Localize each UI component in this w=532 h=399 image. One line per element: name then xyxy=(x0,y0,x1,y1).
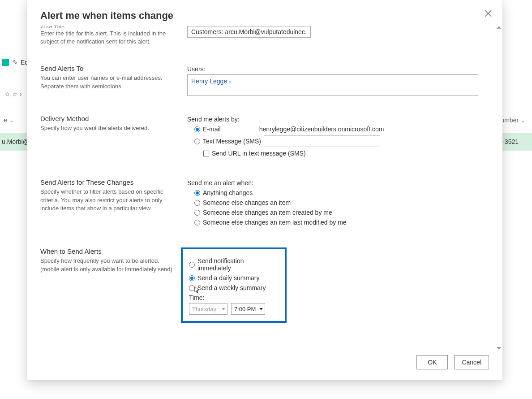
radio-modified-by-me[interactable] xyxy=(194,220,200,226)
checkbox-send-url[interactable] xyxy=(203,151,209,156)
changes-label: Send me an alert when: xyxy=(187,179,489,186)
scroll-down-icon[interactable] xyxy=(497,347,501,350)
radio-someone-else-label: Someone else changes an item xyxy=(203,199,291,206)
radio-weekly-label: Send a weekly summary xyxy=(197,284,266,291)
section-when: When to Send Alerts Specify how frequent… xyxy=(40,241,489,345)
star-icon: ☆ xyxy=(12,91,18,98)
time-label: Time: xyxy=(189,294,279,301)
remove-user-icon[interactable]: x xyxy=(229,79,232,84)
dialog-title: Alert me when items change xyxy=(40,10,173,21)
alert-title-desc: Enter the title for this alert. This is … xyxy=(40,30,175,46)
users-label: Users: xyxy=(187,65,489,73)
radio-anything-label: Anything changes xyxy=(203,189,253,196)
dialog-footer: OK Cancel xyxy=(27,351,502,380)
radio-created-by-me[interactable] xyxy=(194,210,200,216)
radio-created-by-me-label: Someone else changes an item created by … xyxy=(203,209,332,216)
radio-someone-else[interactable] xyxy=(194,200,200,206)
send-to-desc: You can enter user names or e-mail addre… xyxy=(40,74,175,90)
chevron-right-icon: › xyxy=(20,91,22,98)
radio-sms-label: Text Message (SMS) xyxy=(203,138,261,145)
backdrop-breadcrumb: ☆ ☆ › xyxy=(4,91,22,98)
chevron-down-icon xyxy=(259,308,263,310)
dialog-header: Alert me when items change xyxy=(27,0,502,24)
radio-daily[interactable] xyxy=(189,275,195,281)
email-address-value: henrylegge@citizenbuilders.onmicrosoft.c… xyxy=(259,126,384,133)
radio-immediately-label: Send notification immediately xyxy=(197,257,279,272)
sms-phone-input[interactable] xyxy=(264,135,380,147)
section-send-to: Send Alerts To You can enter user names … xyxy=(40,58,489,108)
user-chip[interactable]: Henry Legge xyxy=(191,78,227,85)
radio-immediately[interactable] xyxy=(189,262,195,268)
changes-heading: Send Alerts for These Changes xyxy=(40,178,175,186)
scrollbar[interactable] xyxy=(496,24,502,351)
section-changes: Send Alerts for These Changes Specify wh… xyxy=(40,172,489,241)
backdrop-toolbar: ✎ Edi xyxy=(0,56,30,69)
alert-title-input[interactable]: Customers: arcu.Morbi@vulputateduinec. xyxy=(187,26,311,38)
close-icon[interactable] xyxy=(483,8,493,19)
teal-accent xyxy=(2,59,9,66)
chevron-down-icon xyxy=(222,308,225,310)
checkbox-send-url-label: Send URL in text message (SMS) xyxy=(212,150,306,157)
time-select[interactable]: 7:00 PM xyxy=(231,303,265,315)
delivery-heading: Delivery Method xyxy=(40,115,175,122)
day-select[interactable]: Thursday xyxy=(189,303,227,315)
row-cell-left: u.Morbi@ xyxy=(2,138,29,145)
radio-anything[interactable] xyxy=(194,190,200,196)
alert-settings-dialog: Alert me when items change Alert Title E… xyxy=(27,0,502,380)
dialog-body: Alert Title Enter the title for this ale… xyxy=(27,24,502,351)
section-alert-title: Alert Title Enter the title for this ale… xyxy=(40,24,489,58)
delivery-label: Send me alerts by: xyxy=(187,116,489,123)
send-to-heading: Send Alerts To xyxy=(40,65,175,72)
radio-sms[interactable] xyxy=(194,139,200,144)
when-desc: Specify how frequently you want to be al… xyxy=(40,257,175,273)
changes-desc: Specify whether to filter alerts based o… xyxy=(40,188,175,213)
frequency-highlight: Send notification immediately Send a dai… xyxy=(181,247,287,323)
when-heading: When to Send Alerts xyxy=(40,247,175,255)
section-delivery: Delivery Method Specify how you want the… xyxy=(40,108,489,172)
pencil-icon: ✎ xyxy=(13,59,18,66)
backdrop-col-name: e ⌄ xyxy=(4,117,14,124)
cursor-icon xyxy=(194,286,201,294)
scroll-up-icon[interactable] xyxy=(497,26,501,29)
delivery-desc: Specify how you want the alerts delivere… xyxy=(40,124,175,132)
radio-modified-by-me-label: Someone else changes an item last modifi… xyxy=(203,219,347,226)
users-people-picker[interactable]: Henry Leggex xyxy=(187,74,478,96)
radio-email-label: E-mail xyxy=(203,126,221,133)
radio-email[interactable] xyxy=(194,126,200,132)
cancel-button[interactable]: Cancel xyxy=(454,355,489,369)
alert-title-heading: Alert Title xyxy=(40,24,175,28)
row-cell-right: -3521 xyxy=(502,138,519,145)
ok-button[interactable]: OK xyxy=(416,355,448,369)
star-icon: ☆ xyxy=(4,91,10,98)
radio-daily-label: Send a daily summary xyxy=(197,274,260,282)
backdrop-col-number: umber ⌄ xyxy=(501,117,526,124)
